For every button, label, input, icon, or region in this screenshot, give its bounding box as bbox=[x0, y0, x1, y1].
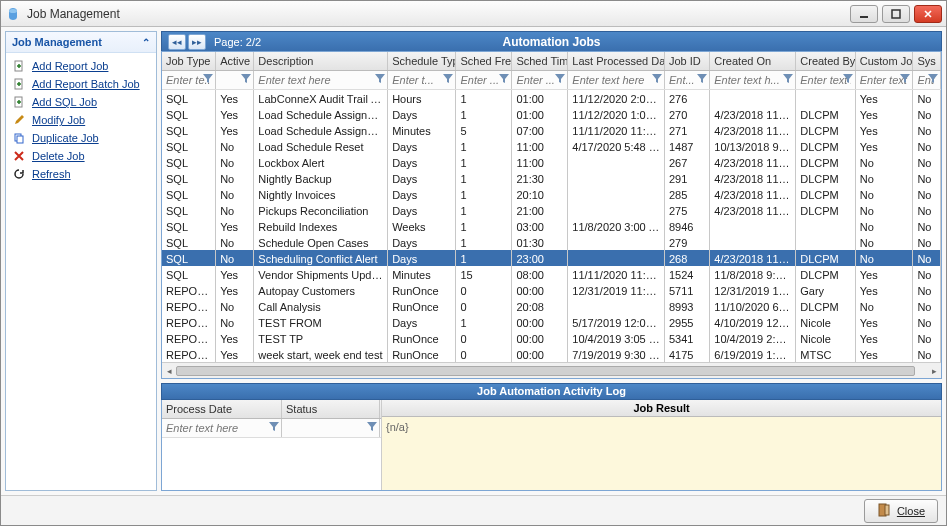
cell: Nicole bbox=[796, 314, 855, 330]
column-header[interactable]: Created By bbox=[796, 52, 855, 70]
cell: 6/19/2019 1:44... bbox=[710, 346, 796, 362]
log-filter-cell[interactable] bbox=[282, 419, 380, 437]
filter-cell[interactable] bbox=[913, 71, 941, 89]
sidebar-header[interactable]: Job Management ⌃ bbox=[6, 32, 156, 53]
table-row[interactable]: REPORTYesAutopay CustomersRunOnce000:001… bbox=[162, 282, 941, 298]
copy-icon bbox=[12, 132, 26, 144]
horizontal-scrollbar[interactable]: ◂ ▸ bbox=[162, 362, 941, 378]
maximize-button[interactable] bbox=[882, 5, 910, 23]
log-filter-input[interactable] bbox=[286, 422, 375, 434]
filter-cell[interactable] bbox=[388, 71, 456, 89]
cell: Pickups Reconciliation bbox=[254, 202, 388, 218]
next-page-button[interactable]: ▸▸ bbox=[188, 34, 206, 50]
cell: No bbox=[856, 154, 914, 170]
cell: SQL bbox=[162, 170, 216, 186]
cell: 1 bbox=[456, 250, 512, 266]
scroll-left-arrow[interactable]: ◂ bbox=[162, 366, 176, 376]
table-row[interactable]: SQLNoPickups ReconciliationDays121:00275… bbox=[162, 202, 941, 218]
cell: 4/23/2018 11:1... bbox=[710, 154, 796, 170]
log-filter-input[interactable] bbox=[166, 422, 277, 434]
cell: 08:00 bbox=[512, 266, 568, 282]
cell: Autopay Customers bbox=[254, 282, 388, 298]
table-row[interactable]: SQLYesLoad Schedule Assignments InterimM… bbox=[162, 122, 941, 138]
column-header[interactable]: Active bbox=[216, 52, 254, 70]
table-row[interactable]: SQLNoSchedule Open CasesDays101:30279NoN… bbox=[162, 234, 941, 250]
column-header[interactable]: Job Type bbox=[162, 52, 216, 70]
table-row[interactable]: REPORTNoCall AnalysisRunOnce020:08899311… bbox=[162, 298, 941, 314]
cell: No bbox=[913, 234, 941, 250]
log-column-header[interactable]: Status bbox=[282, 400, 380, 418]
filter-input[interactable] bbox=[258, 74, 383, 86]
column-header[interactable]: Job ID bbox=[665, 52, 710, 70]
filter-cell[interactable] bbox=[856, 71, 914, 89]
cell bbox=[568, 154, 665, 170]
sidebar-item-delete-job[interactable]: Delete Job bbox=[8, 147, 154, 165]
table-row[interactable]: SQLNoNightly InvoicesDays120:102854/23/2… bbox=[162, 186, 941, 202]
column-header[interactable]: Custom Job bbox=[856, 52, 914, 70]
cell: Yes bbox=[856, 106, 914, 122]
column-header[interactable]: Schedule Type bbox=[388, 52, 456, 70]
cell: Minutes bbox=[388, 122, 456, 138]
cell: SQL bbox=[162, 122, 216, 138]
column-header[interactable]: Sched Freq bbox=[456, 52, 512, 70]
cell: REPORT bbox=[162, 314, 216, 330]
cell: 291 bbox=[665, 170, 710, 186]
grid-body[interactable]: SQLYesLabConneX Audit Trail AlertsHours1… bbox=[162, 90, 941, 362]
table-row[interactable]: SQLYesLabConneX Audit Trail AlertsHours1… bbox=[162, 90, 941, 106]
column-header[interactable]: Sched Time bbox=[512, 52, 568, 70]
scroll-thumb[interactable] bbox=[176, 366, 915, 376]
table-row[interactable]: SQLYesLoad Schedule AssignmentsDays101:0… bbox=[162, 106, 941, 122]
log-filter-cell[interactable] bbox=[162, 419, 282, 437]
cell: No bbox=[913, 298, 941, 314]
cell: No bbox=[913, 138, 941, 154]
table-row[interactable]: SQLYesVendor Shipments UpdateMinutes1508… bbox=[162, 266, 941, 282]
table-row[interactable]: SQLNoNightly BackupDays121:302914/23/201… bbox=[162, 170, 941, 186]
filter-cell[interactable] bbox=[710, 71, 796, 89]
cell: No bbox=[913, 330, 941, 346]
column-header[interactable]: Sys bbox=[913, 52, 941, 70]
filter-cell[interactable] bbox=[162, 71, 216, 89]
table-row[interactable]: SQLNoLoad Schedule ResetDays111:004/17/2… bbox=[162, 138, 941, 154]
app-icon bbox=[5, 6, 21, 22]
log-column-header[interactable]: Process Date bbox=[162, 400, 282, 418]
minimize-button[interactable] bbox=[850, 5, 878, 23]
cell: Days bbox=[388, 138, 456, 154]
table-row[interactable]: REPORTNoTEST FROMDays100:005/17/2019 12:… bbox=[162, 314, 941, 330]
sidebar-item-add-report-batch-job[interactable]: Add Report Batch Job bbox=[8, 75, 154, 93]
column-header[interactable]: Last Processed Date bbox=[568, 52, 665, 70]
table-row[interactable]: SQLNoScheduling Conflict AlertDays123:00… bbox=[162, 250, 941, 266]
filter-cell[interactable] bbox=[216, 71, 254, 89]
close-window-button[interactable] bbox=[914, 5, 942, 23]
cell: No bbox=[856, 234, 914, 250]
sidebar-item-add-report-job[interactable]: Add Report Job bbox=[8, 57, 154, 75]
cell: DLCPM bbox=[796, 154, 855, 170]
sidebar-item-add-sql-job[interactable]: Add SQL Job bbox=[8, 93, 154, 111]
cell: Yes bbox=[216, 330, 254, 346]
filter-cell[interactable] bbox=[568, 71, 665, 89]
filter-input[interactable] bbox=[714, 74, 791, 86]
sidebar-item-duplicate-job[interactable]: Duplicate Job bbox=[8, 129, 154, 147]
sidebar-item-refresh[interactable]: Refresh bbox=[8, 165, 154, 183]
filter-cell[interactable] bbox=[796, 71, 855, 89]
filter-cell[interactable] bbox=[512, 71, 568, 89]
sidebar-item-modify-job[interactable]: Modify Job bbox=[8, 111, 154, 129]
cell: 275 bbox=[665, 202, 710, 218]
table-row[interactable]: SQLNoLockbox AlertDays111:002674/23/2018… bbox=[162, 154, 941, 170]
table-row[interactable]: REPORTYesweek start, week end testRunOnc… bbox=[162, 346, 941, 362]
first-page-button[interactable]: ◂◂ bbox=[168, 34, 186, 50]
cell: RunOnce bbox=[388, 282, 456, 298]
cell: No bbox=[913, 202, 941, 218]
filter-cell[interactable] bbox=[665, 71, 710, 89]
column-header[interactable]: Created On bbox=[710, 52, 796, 70]
close-button[interactable]: Close bbox=[864, 499, 938, 523]
scroll-right-arrow[interactable]: ▸ bbox=[927, 366, 941, 376]
column-header[interactable]: Description bbox=[254, 52, 388, 70]
cell: 00:00 bbox=[512, 346, 568, 362]
table-row[interactable]: SQLYesRebuild IndexesWeeks103:0011/8/202… bbox=[162, 218, 941, 234]
filter-cell[interactable] bbox=[254, 71, 388, 89]
filter-cell[interactable] bbox=[456, 71, 512, 89]
filter-input[interactable] bbox=[572, 74, 660, 86]
cell bbox=[796, 218, 855, 234]
table-row[interactable]: REPORTYesTEST TPRunOnce000:0010/4/2019 3… bbox=[162, 330, 941, 346]
cell: SQL bbox=[162, 106, 216, 122]
